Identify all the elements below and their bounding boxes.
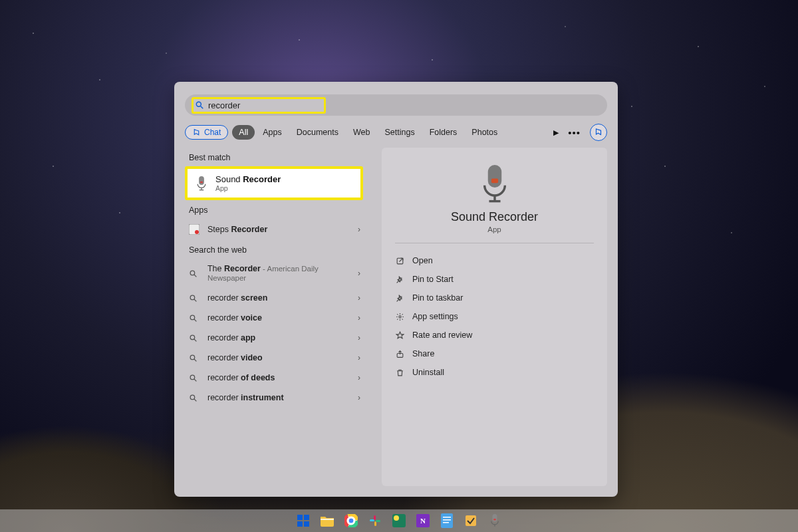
svg-rect-54 [493,519,496,520]
chevron-right-icon: › [358,333,360,342]
chat-label: Chat [204,128,221,137]
web-result[interactable]: recorder video › [185,348,363,368]
bing-chat-icon [192,128,201,137]
svg-rect-48 [441,513,453,528]
action-uninstall[interactable]: Uninstall [395,363,594,382]
svg-rect-33 [321,519,334,520]
taskbar-chrome[interactable] [343,513,359,529]
web-result[interactable]: The Recorder - American Daily Newspaper … [185,259,363,288]
action-pin-to-start[interactable]: Pin to Start [395,270,594,289]
filter-tabs: Chat AllAppsDocumentsWebSettingsFoldersP… [174,116,618,148]
result-label: recorder of deeds [207,373,275,382]
taskbar-pycharm[interactable] [391,513,407,529]
web-result[interactable]: recorder screen › [185,288,363,308]
search-input[interactable] [208,100,320,110]
svg-rect-41 [370,519,374,521]
trash-icon [395,368,404,377]
chevron-right-icon: › [358,393,360,402]
best-match-result[interactable]: Sound Recorder App [185,166,363,200]
tab-folders[interactable]: Folders [423,125,464,140]
svg-line-21 [194,399,196,401]
svg-rect-2 [199,176,204,185]
result-label: The Recorder - American Daily Newspaper [207,264,359,283]
tab-documents[interactable]: Documents [290,125,345,140]
best-match-subtitle: App [215,184,281,192]
svg-point-10 [190,295,195,300]
svg-point-18 [190,375,195,380]
start-search-panel: Chat AllAppsDocumentsWebSettingsFoldersP… [174,82,618,497]
action-label: Share [412,349,434,358]
svg-point-20 [190,395,195,400]
steps-recorder-icon [189,224,201,235]
tab-settings[interactable]: Settings [378,125,421,140]
result-label: recorder screen [207,293,267,303]
result-label: recorder video [207,353,263,362]
taskbar-slack[interactable] [367,513,383,529]
action-rate-and-review[interactable]: Rate and review [395,326,594,344]
best-match-label: Best match [185,148,363,166]
open-icon [395,256,404,265]
svg-line-17 [194,359,196,361]
search-bar[interactable] [185,94,607,116]
taskbar-sound-recorder[interactable] [487,513,503,529]
search-icon [189,394,201,402]
svg-point-12 [190,315,195,320]
web-result[interactable]: recorder voice › [185,308,363,328]
result-label: recorder voice [207,313,262,323]
svg-rect-40 [374,515,376,520]
search-icon [189,374,201,382]
svg-rect-31 [297,521,303,527]
taskbar-onenote[interactable]: N [415,513,431,529]
best-match-title: Sound Recorder [215,174,281,184]
taskbar-explorer[interactable] [319,513,335,529]
search-icon [189,314,201,323]
pin-icon [395,275,404,284]
web-result[interactable]: recorder of deeds › [185,368,363,388]
chevron-right-icon: › [358,293,360,303]
svg-text:N: N [420,517,426,525]
action-app-settings[interactable]: App settings [395,307,594,326]
more-icon[interactable]: ••• [568,127,581,138]
chevron-right-icon: › [358,373,360,382]
svg-rect-53 [493,514,497,522]
tab-all[interactable]: All [232,125,255,140]
taskbar-start[interactable] [295,513,311,529]
pin-icon [395,293,404,303]
play-icon[interactable]: ▶ [553,128,559,137]
chat-pill[interactable]: Chat [185,125,228,140]
detail-title: Sound Recorder [395,210,594,224]
search-icon [189,354,201,362]
taskbar-snip[interactable] [463,513,479,529]
apps-section-label: Apps [185,200,363,219]
svg-rect-22 [487,165,501,188]
action-label: Open [412,256,433,265]
svg-rect-23 [491,178,497,183]
svg-point-16 [190,355,195,360]
chevron-right-icon: › [358,225,360,234]
chevron-right-icon: › [358,313,360,323]
tab-web[interactable]: Web [346,125,376,140]
svg-point-14 [190,335,195,340]
svg-rect-43 [376,520,380,522]
tab-photos[interactable]: Photos [465,125,504,140]
detail-app-icon [479,165,511,203]
svg-rect-51 [443,522,449,523]
action-pin-to-taskbar[interactable]: Pin to taskbar [395,289,594,307]
web-section-label: Search the web [185,240,363,259]
svg-rect-29 [297,515,303,520]
svg-point-45 [394,515,399,521]
action-label: Pin to taskbar [412,293,463,303]
svg-rect-52 [466,515,476,526]
bing-icon[interactable] [590,124,607,141]
action-share[interactable]: Share [395,344,594,363]
svg-line-1 [201,106,203,109]
tab-apps[interactable]: Apps [256,125,289,140]
web-result[interactable]: recorder app › [185,328,363,348]
star-icon [395,331,404,340]
web-result[interactable]: recorder instrument › [185,388,363,408]
app-result[interactable]: Steps Recorder › [185,219,363,240]
action-open[interactable]: Open [395,251,594,270]
taskbar-notepad[interactable] [439,513,455,529]
action-label: Pin to Start [412,275,454,284]
svg-rect-32 [304,521,309,527]
